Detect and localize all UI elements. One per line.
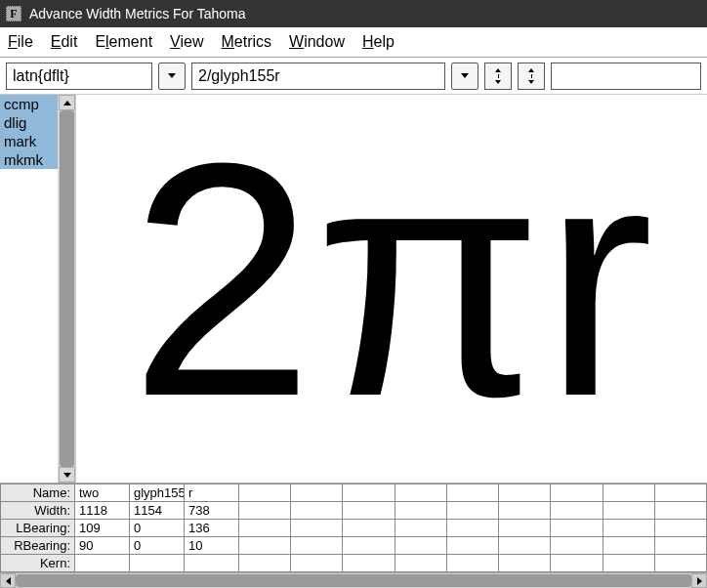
glyph-canvas[interactable]: 2πr [76,95,707,483]
scroll-track[interactable] [59,110,75,467]
cell-name-2[interactable]: r [185,484,239,502]
cell-width-1[interactable]: 1154 [130,502,185,520]
feature-item-mark[interactable]: mark [0,132,58,150]
metrics-table[interactable]: Name: two glyph155 r Width: 1118 1154 73… [0,483,707,572]
feature-item-mkmk[interactable]: mkmk [0,150,58,169]
triangle-left-icon [6,577,11,585]
menu-window[interactable]: Window [289,33,345,51]
feature-item-dlig[interactable]: dlig [0,113,58,132]
glyph-sequence-dropdown-button[interactable] [451,63,478,90]
toolbar-spacer-field[interactable] [551,63,701,90]
cell-lb-1[interactable]: 0 [130,520,185,537]
cell-rb-1[interactable]: 0 [130,537,185,555]
cell-lb-0[interactable]: 109 [75,520,130,537]
vertical-arrows-icon [528,68,534,84]
cell-name-0[interactable]: two [75,484,130,502]
table-row: LBearing: 109 0 136 [1,520,707,537]
cell-width-0[interactable]: 1118 [75,502,130,520]
script-lang-combo[interactable] [6,63,186,90]
menu-metrics[interactable]: Metrics [221,33,271,51]
size-stepper-button-2[interactable] [518,63,545,90]
scroll-thumb[interactable] [60,110,74,467]
hscroll-thumb[interactable] [16,574,691,587]
scroll-down-button[interactable] [59,467,75,483]
vertical-arrows-icon [495,68,501,84]
cell-rb-2[interactable]: 10 [185,537,239,555]
size-stepper-button-1[interactable] [484,63,512,90]
glyph-sequence-input[interactable] [191,63,445,90]
window-title: Advance Width Metrics For Tahoma [29,6,246,21]
cell-width-2[interactable]: 738 [185,502,239,520]
feature-item-ccmp[interactable]: ccmp [0,95,58,113]
scroll-right-button[interactable] [691,573,707,588]
feature-sidebar: ccmp dlig mark mkmk [0,95,59,483]
sidebar-scrollbar[interactable] [59,95,76,483]
row-head-rbearing: RBearing: [1,537,75,555]
app-icon: F [6,6,21,21]
glyph-display: 2πr [130,113,654,445]
chevron-down-icon [461,73,469,78]
triangle-down-icon [63,473,71,478]
hscroll-track[interactable] [16,573,691,588]
row-head-kern: Kern: [1,555,75,572]
cell-rb-0[interactable]: 90 [75,537,130,555]
menu-file[interactable]: File [8,33,33,51]
toolbar [0,58,707,95]
cell-lb-2[interactable]: 136 [185,520,239,537]
triangle-right-icon [697,577,702,585]
row-head-name: Name: [1,484,75,502]
table-row: Name: two glyph155 r [1,484,707,502]
scroll-up-button[interactable] [59,95,75,110]
chevron-down-icon [168,73,176,78]
triangle-up-icon [63,101,71,105]
script-lang-dropdown-button[interactable] [158,63,186,90]
main-area: ccmp dlig mark mkmk 2πr [0,95,707,483]
table-row: Kern: [1,555,707,572]
script-lang-input[interactable] [6,63,152,90]
menu-element[interactable]: Element [95,33,152,51]
menubar: File Edit Element View Metrics Window He… [0,27,707,58]
table-row: RBearing: 90 0 10 [1,537,707,555]
scroll-left-button[interactable] [0,573,16,588]
menu-edit[interactable]: Edit [51,33,78,51]
titlebar: F Advance Width Metrics For Tahoma [0,0,707,27]
glyph-sequence-combo[interactable] [191,63,478,90]
cell-name-1[interactable]: glyph155 [130,484,185,502]
menu-help[interactable]: Help [362,33,395,51]
row-head-width: Width: [1,502,75,520]
metrics-panel: Name: two glyph155 r Width: 1118 1154 73… [0,483,707,572]
menu-view[interactable]: View [170,33,203,51]
row-head-lbearing: LBearing: [1,520,75,537]
table-row: Width: 1118 1154 738 [1,502,707,520]
horizontal-scrollbar[interactable] [0,572,707,588]
